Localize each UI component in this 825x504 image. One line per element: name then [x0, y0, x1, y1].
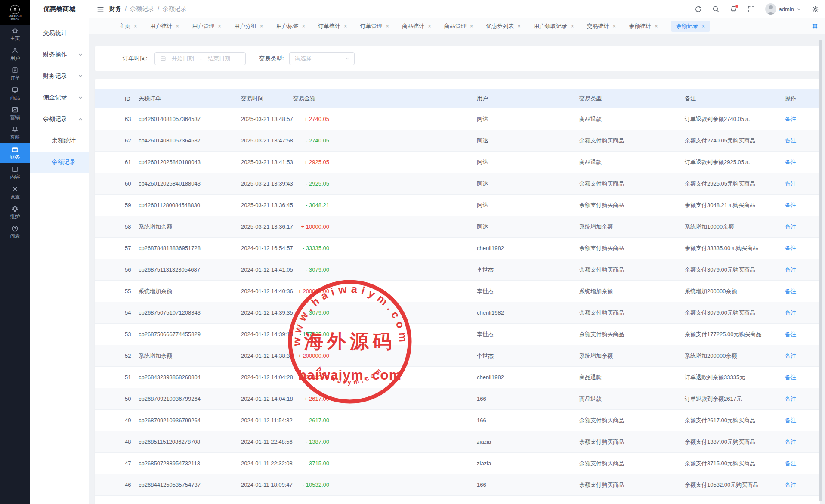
rail-item-goods[interactable]: 商品: [0, 84, 30, 104]
cell-type: 商品退款: [579, 374, 685, 381]
cell-order: cp268432393868260804: [138, 374, 241, 380]
notifications-button[interactable]: [730, 6, 737, 13]
tab-6[interactable]: 订单管理 ×: [360, 22, 389, 30]
cell-note: 订单退款到余额2617元: [685, 395, 785, 403]
cell-time: 2024-01-11 18:09:47: [241, 482, 290, 488]
rail-item-maintenance[interactable]: 维护: [0, 203, 30, 223]
rail-item-settings[interactable]: 设置: [0, 183, 30, 203]
user-menu[interactable]: admin: [765, 3, 801, 15]
tab-close-icon[interactable]: ×: [344, 23, 347, 29]
app-logo[interactable]: AMERICAN DREAM: [0, 0, 30, 25]
tab-1[interactable]: 用户统计 ×: [150, 22, 179, 30]
tab-4[interactable]: 用户标签 ×: [276, 22, 305, 30]
cell-id: 57: [95, 245, 138, 251]
cell-time: 2024-01-12 14:04:28: [241, 374, 290, 380]
tab-close-icon[interactable]: ×: [218, 23, 221, 29]
cell-id: 46: [95, 482, 138, 488]
tab-close-icon[interactable]: ×: [386, 23, 389, 29]
remark-link[interactable]: 备注: [785, 352, 796, 359]
remark-link[interactable]: 备注: [785, 417, 796, 424]
tab-11[interactable]: 交易统计 ×: [587, 22, 616, 30]
remark-link[interactable]: 备注: [785, 266, 796, 273]
page-scrollbar[interactable]: [819, 40, 822, 501]
remark-link[interactable]: 备注: [785, 159, 796, 165]
cell-time: 2025-03-21 13:41:53: [241, 159, 290, 165]
tab-5[interactable]: 订单统计 ×: [318, 22, 347, 30]
sidebar-item-0[interactable]: 交易统计: [30, 22, 89, 44]
tab-close-icon[interactable]: ×: [702, 23, 705, 29]
tab-close-icon[interactable]: ×: [302, 23, 305, 29]
rail-item-marketing[interactable]: 营销: [0, 104, 30, 124]
table-row: 50 cp268709210936799264 2024-01-12 14:04…: [95, 388, 820, 410]
tab-close-icon[interactable]: ×: [260, 23, 263, 29]
sidebar-item-4[interactable]: 余额记录: [30, 108, 89, 130]
tab-7[interactable]: 商品统计 ×: [402, 22, 431, 30]
remark-link[interactable]: 备注: [785, 309, 796, 316]
remark-link[interactable]: 备注: [785, 288, 796, 294]
tab-close-icon[interactable]: ×: [655, 23, 658, 29]
tab-0[interactable]: 主页 ×: [119, 22, 137, 30]
rail-item-finance[interactable]: 财务: [0, 143, 30, 163]
remark-link[interactable]: 备注: [785, 245, 796, 251]
remark-link[interactable]: 备注: [785, 331, 796, 337]
sidebar-item-1[interactable]: 财务操作: [30, 44, 89, 65]
tab-layout-button[interactable]: [812, 23, 818, 29]
tab-10[interactable]: 用户领取记录 ×: [534, 22, 574, 30]
remark-link[interactable]: 备注: [785, 223, 796, 230]
breadcrumb-parent[interactable]: 余额记录: [130, 5, 154, 13]
cell-id: 49: [95, 417, 138, 424]
table-row: 62 cp426014081057364537 2025-03-21 13:47…: [95, 130, 820, 152]
sidebar-item-3[interactable]: 佣金记录: [30, 87, 89, 108]
username: admin: [779, 6, 794, 12]
remark-link[interactable]: 备注: [785, 180, 796, 187]
cell-amount: + 200000.00: [290, 352, 336, 359]
tab-close-icon[interactable]: ×: [134, 23, 137, 29]
tab-3[interactable]: 用户分组 ×: [234, 22, 263, 30]
search-icon[interactable]: [712, 6, 720, 13]
tab-close-icon[interactable]: ×: [470, 23, 473, 29]
tab-12[interactable]: 余额统计 ×: [629, 22, 658, 30]
cell-action: 备注: [785, 309, 820, 317]
logo-mark-icon: [10, 5, 20, 14]
rail-item-user[interactable]: 用户: [0, 44, 30, 64]
table-row: 57 cp268784818836951728 2024-01-12 16:54…: [95, 238, 820, 259]
tab-13[interactable]: 余额记录 ×: [671, 21, 711, 32]
rail-item-order[interactable]: 订单: [0, 64, 30, 84]
tab-2[interactable]: 用户管理 ×: [192, 22, 221, 30]
remark-link[interactable]: 备注: [785, 482, 796, 488]
refresh-icon[interactable]: [695, 6, 702, 13]
tab-8[interactable]: 商品管理 ×: [444, 22, 473, 30]
rail-item-content[interactable]: 内容: [0, 163, 30, 183]
remark-link[interactable]: 备注: [785, 460, 796, 467]
finance-menu: 交易统计 财务操作 财务记录 佣金记录 余额记录 余额统计 余额记录: [30, 18, 89, 173]
tab-close-icon[interactable]: ×: [428, 23, 431, 29]
tab-close-icon[interactable]: ×: [517, 23, 521, 29]
remark-link[interactable]: 备注: [785, 374, 796, 380]
balance-records-table: ID关联订单交易时间交易金额用户交易类型备注操作 63 cp4260140810…: [95, 79, 820, 504]
remark-link[interactable]: 备注: [785, 116, 796, 122]
marketing-icon: [12, 106, 19, 113]
cell-note: 余额支付3079.00元购买商品: [685, 309, 785, 317]
remark-link[interactable]: 备注: [785, 137, 796, 144]
remark-link[interactable]: 备注: [785, 396, 796, 402]
cell-amount: + 10000.00: [290, 223, 336, 230]
remark-link[interactable]: 备注: [785, 439, 796, 445]
tab-close-icon[interactable]: ×: [176, 23, 179, 29]
cell-order: 系统增加余额: [138, 288, 241, 295]
sidebar-item-6[interactable]: 余额记录: [30, 152, 89, 173]
sidebar-item-5[interactable]: 余额统计: [30, 130, 89, 152]
transaction-type-select[interactable]: 请选择: [289, 52, 355, 65]
fullscreen-icon[interactable]: [748, 6, 755, 13]
tab-close-icon[interactable]: ×: [571, 23, 574, 29]
rail-item-service[interactable]: 客服: [0, 124, 30, 143]
collapse-menu-icon[interactable]: [97, 6, 104, 13]
settings-gear-icon[interactable]: [812, 6, 819, 13]
rail-item-home[interactable]: 主页: [0, 25, 30, 44]
breadcrumb-root[interactable]: 财务: [109, 5, 121, 13]
tab-9[interactable]: 优惠券列表 ×: [486, 22, 521, 30]
sidebar-item-2[interactable]: 财务记录: [30, 65, 89, 87]
tab-close-icon[interactable]: ×: [613, 23, 616, 29]
remark-link[interactable]: 备注: [785, 202, 796, 208]
rail-item-survey[interactable]: 问卷: [0, 223, 30, 242]
date-range-input[interactable]: 开始日期 - 结束日期: [154, 52, 246, 65]
